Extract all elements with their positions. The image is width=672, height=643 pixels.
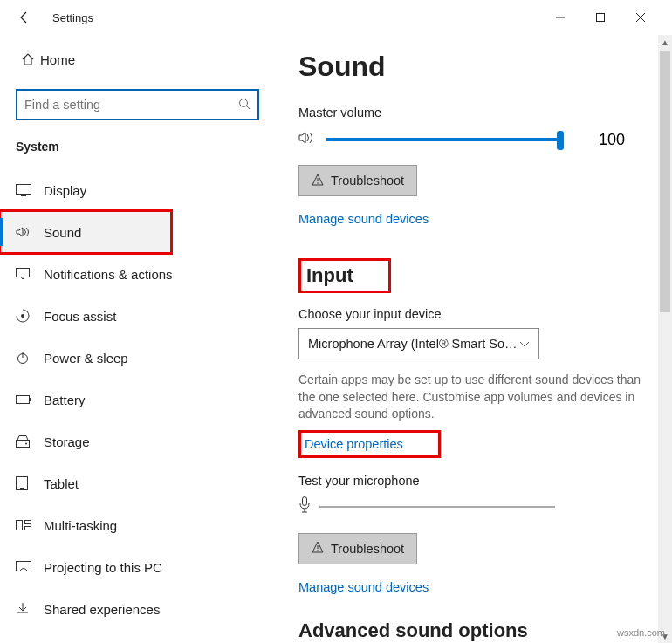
- chevron-down-icon: [519, 337, 530, 351]
- troubleshoot-input-button[interactable]: Troubleshoot: [298, 533, 417, 564]
- page-title: Sound: [298, 51, 649, 83]
- sidebar-item-label: Multi-tasking: [44, 518, 117, 533]
- test-microphone-label: Test your microphone: [298, 474, 649, 488]
- warning-icon: [312, 541, 324, 556]
- power-icon: [16, 351, 44, 365]
- sidebar-item-label: Power & sleep: [44, 351, 128, 366]
- home-button[interactable]: Home: [16, 40, 259, 79]
- manage-input-devices-link[interactable]: Manage sound devices: [298, 580, 429, 594]
- svg-rect-19: [17, 562, 31, 571]
- close-button[interactable]: [621, 4, 660, 31]
- volume-slider[interactable]: [326, 138, 562, 141]
- svg-rect-17: [25, 521, 31, 524]
- warning-icon: [312, 174, 324, 188]
- battery-icon: [16, 394, 44, 405]
- sidebar-item-display[interactable]: Display: [0, 169, 275, 211]
- sidebar-item-focus-assist[interactable]: Focus assist: [0, 295, 275, 337]
- projecting-icon: [16, 561, 44, 573]
- back-button[interactable]: [12, 5, 37, 30]
- svg-point-24: [317, 551, 318, 551]
- speaker-icon[interactable]: [298, 130, 316, 149]
- device-properties-link[interactable]: Device properties: [305, 437, 403, 451]
- sidebar-item-label: Notifications & actions: [44, 267, 173, 282]
- troubleshoot-output-button[interactable]: Troubleshoot: [298, 165, 417, 196]
- focus-assist-icon: [16, 309, 44, 323]
- close-icon: [636, 13, 645, 22]
- sidebar-item-label: Storage: [44, 434, 90, 449]
- main-area: Home Find a setting System Display Sound…: [0, 35, 672, 643]
- sidebar-item-projecting[interactable]: Projecting to this PC: [0, 546, 275, 588]
- window-controls: [541, 4, 660, 31]
- sidebar-item-power-sleep[interactable]: Power & sleep: [0, 337, 275, 379]
- troubleshoot-label: Troubleshoot: [331, 542, 404, 556]
- multitasking-icon: [16, 520, 44, 530]
- search-icon: [238, 98, 250, 113]
- test-microphone-row: [298, 496, 649, 517]
- input-device-value: Microphone Array (Intel® Smart So…: [308, 337, 518, 351]
- sidebar-item-label: Projecting to this PC: [44, 560, 162, 575]
- watermark: wsxdn.com: [617, 627, 665, 638]
- scrollbar[interactable]: ▲ ▼: [658, 35, 672, 643]
- minimize-icon: [556, 13, 565, 22]
- maximize-icon: [596, 13, 605, 22]
- svg-point-21: [317, 182, 318, 183]
- input-info-text: Certain apps may be set up to use differ…: [298, 372, 648, 423]
- sidebar-item-multitasking[interactable]: Multi-tasking: [0, 504, 275, 546]
- sidebar: Home Find a setting System Display Sound…: [0, 35, 276, 643]
- mic-level-bar: [319, 506, 555, 508]
- storage-icon: [16, 435, 44, 448]
- arrow-left-icon: [17, 10, 31, 24]
- svg-rect-11: [30, 398, 31, 401]
- titlebar: Settings: [0, 0, 672, 35]
- search-placeholder: Find a setting: [24, 98, 238, 112]
- scroll-thumb[interactable]: [660, 51, 670, 312]
- search-input[interactable]: Find a setting: [16, 89, 259, 120]
- home-label: Home: [40, 52, 75, 67]
- master-volume-row: 100: [298, 130, 649, 149]
- shared-icon: [16, 602, 44, 616]
- sound-icon: [16, 226, 44, 238]
- svg-point-2: [240, 99, 248, 106]
- tablet-icon: [16, 476, 44, 490]
- svg-rect-16: [17, 521, 23, 530]
- nav-list: Display Sound Notifications & actions Fo…: [0, 169, 275, 630]
- svg-rect-12: [17, 441, 30, 448]
- maximize-button[interactable]: [581, 4, 620, 31]
- svg-rect-22: [303, 496, 307, 505]
- svg-rect-1: [597, 14, 605, 22]
- troubleshoot-label: Troubleshoot: [331, 174, 404, 188]
- slider-thumb[interactable]: [557, 131, 564, 150]
- sidebar-item-battery[interactable]: Battery: [0, 379, 275, 421]
- sidebar-item-notifications[interactable]: Notifications & actions: [0, 253, 275, 295]
- sidebar-item-label: Battery: [44, 393, 86, 407]
- volume-value: 100: [599, 131, 625, 149]
- svg-point-13: [25, 443, 27, 445]
- scroll-up-icon[interactable]: ▲: [658, 35, 672, 49]
- svg-point-7: [21, 314, 24, 318]
- input-heading: Input: [298, 258, 391, 293]
- svg-rect-4: [17, 185, 31, 195]
- content-pane: Sound Master volume 100 Troubleshoot Man…: [276, 35, 672, 643]
- sidebar-item-label: Shared experiences: [44, 602, 160, 617]
- notifications-icon: [16, 268, 44, 280]
- sidebar-item-label: Display: [44, 183, 86, 198]
- sidebar-group-title: System: [16, 140, 259, 154]
- sidebar-item-tablet[interactable]: Tablet: [0, 462, 275, 504]
- sidebar-item-label: Sound: [44, 225, 81, 240]
- svg-rect-6: [17, 269, 30, 277]
- svg-rect-18: [25, 527, 31, 530]
- manage-output-devices-link[interactable]: Manage sound devices: [298, 212, 429, 226]
- minimize-button[interactable]: [541, 4, 579, 31]
- display-icon: [16, 184, 44, 196]
- svg-rect-10: [17, 396, 30, 404]
- master-volume-label: Master volume: [298, 106, 649, 120]
- advanced-heading: Advanced sound options: [298, 619, 649, 642]
- microphone-icon: [298, 496, 311, 517]
- sidebar-item-sound[interactable]: Sound: [0, 211, 171, 253]
- sidebar-item-shared-experiences[interactable]: Shared experiences: [0, 588, 275, 630]
- svg-line-3: [247, 106, 250, 109]
- sidebar-item-storage[interactable]: Storage: [0, 421, 275, 462]
- input-device-select[interactable]: Microphone Array (Intel® Smart So…: [298, 328, 539, 359]
- home-icon: [16, 52, 40, 66]
- choose-input-label: Choose your input device: [298, 307, 649, 321]
